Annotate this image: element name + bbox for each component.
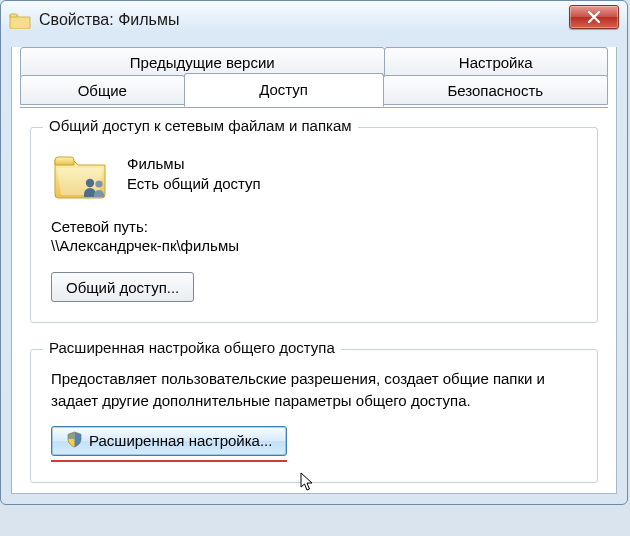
share-button-label: Общий доступ... bbox=[66, 279, 179, 296]
advanced-sharing-button[interactable]: Расширенная настройка... bbox=[51, 426, 287, 456]
tabstrip: Предыдущие версии Настройка Общие Доступ… bbox=[20, 47, 608, 107]
share-button[interactable]: Общий доступ... bbox=[51, 272, 194, 302]
titlebar: Свойства: Фильмы bbox=[1, 1, 627, 39]
tab-panel-sharing: Общий доступ к сетевым файлам и папкам bbox=[12, 107, 616, 493]
svg-point-1 bbox=[95, 180, 102, 187]
tab-customize[interactable]: Настройка bbox=[384, 47, 608, 77]
window-title: Свойства: Фильмы bbox=[39, 11, 619, 29]
client-area: Предыдущие версии Настройка Общие Доступ… bbox=[11, 47, 617, 494]
tab-general[interactable]: Общие bbox=[20, 75, 185, 105]
group-advanced-sharing-title: Расширенная настройка общего доступа bbox=[43, 339, 341, 356]
close-icon bbox=[587, 11, 601, 23]
shared-status: Есть общий доступ bbox=[127, 174, 261, 194]
advanced-sharing-button-label: Расширенная настройка... bbox=[89, 432, 272, 449]
close-button[interactable] bbox=[569, 5, 619, 29]
svg-point-0 bbox=[86, 179, 94, 187]
network-path-value: \\Александрчек-пк\фильмы bbox=[51, 237, 577, 254]
shared-folder-name: Фильмы bbox=[127, 154, 261, 174]
advanced-sharing-description: Предоставляет пользовательские разрешени… bbox=[51, 368, 577, 412]
properties-dialog: Свойства: Фильмы Предыдущие версии Настр… bbox=[0, 0, 628, 505]
network-path-label: Сетевой путь: bbox=[51, 218, 577, 235]
folder-small-icon bbox=[9, 11, 31, 29]
group-network-sharing: Общий доступ к сетевым файлам и папкам bbox=[30, 127, 598, 323]
group-network-sharing-title: Общий доступ к сетевым файлам и папкам bbox=[43, 117, 358, 134]
tab-sharing[interactable]: Доступ bbox=[184, 73, 384, 107]
folder-shared-icon bbox=[51, 148, 109, 200]
tab-security[interactable]: Безопасность bbox=[383, 75, 608, 105]
share-summary: Фильмы Есть общий доступ bbox=[51, 148, 577, 200]
group-advanced-sharing: Расширенная настройка общего доступа Пре… bbox=[30, 349, 598, 483]
shield-icon bbox=[66, 431, 83, 451]
